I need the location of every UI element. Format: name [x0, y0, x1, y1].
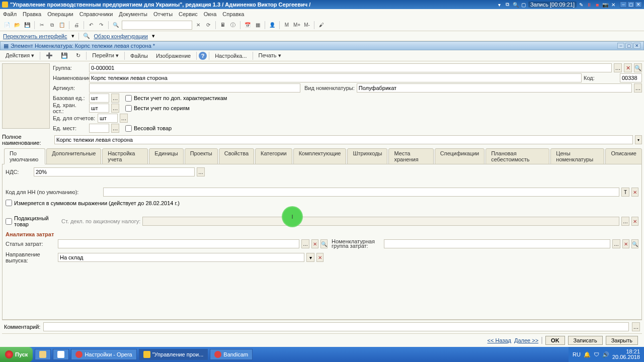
cost-item-clear-button[interactable]: ✕: [311, 239, 318, 248]
rec-edit-icon[interactable]: ✎: [578, 1, 585, 8]
output-dir-field[interactable]: На склад: [58, 253, 304, 262]
tab-properties[interactable]: Свойства: [219, 148, 254, 164]
paste-icon[interactable]: 📋: [58, 21, 66, 29]
cut-icon[interactable]: ✂: [38, 21, 46, 29]
excise-decl-clear-button[interactable]: ✕: [631, 217, 638, 226]
back-link[interactable]: << Назад: [488, 337, 511, 343]
next-link[interactable]: Далее >>: [514, 337, 538, 343]
rec-stop-icon[interactable]: ■: [594, 1, 601, 8]
doc-close-button[interactable]: ✕: [633, 43, 640, 49]
cost-item-open-button[interactable]: 🔍: [320, 239, 328, 248]
menu-reports[interactable]: Отчеты: [153, 11, 173, 17]
tab-specifications[interactable]: Спецификации: [435, 148, 485, 164]
tab-prices[interactable]: Цены номенклатуры: [550, 148, 604, 164]
hhcode-t-button[interactable]: T: [621, 188, 629, 197]
help-icon[interactable]: ?: [199, 52, 207, 60]
refresh-icon[interactable]: ⟳: [204, 21, 212, 29]
close-button[interactable]: ✕: [635, 2, 642, 8]
group-select-button[interactable]: …: [614, 63, 622, 72]
tab-description[interactable]: Описание: [605, 148, 642, 164]
close-button[interactable]: Закрыть: [606, 336, 638, 345]
menu-file[interactable]: Файл: [3, 11, 17, 17]
excise-checkbox[interactable]: [6, 218, 12, 225]
rec-arrow-icon[interactable]: ▾: [496, 1, 503, 8]
open-icon[interactable]: 📂: [13, 21, 21, 29]
taskbar-opera[interactable]: Настройки - Opera: [71, 349, 136, 360]
vid-field[interactable]: Полуфабрикат: [357, 83, 632, 93]
rec-copy-icon[interactable]: ⧉: [504, 1, 511, 8]
copy-icon[interactable]: ⧉: [48, 21, 56, 29]
hhcode-clear-button[interactable]: ✕: [631, 188, 638, 197]
report-unit-select-button[interactable]: …: [120, 114, 128, 123]
base-unit-select-button[interactable]: …: [111, 94, 119, 103]
tab-plan-cost[interactable]: Плановая себестоимость: [486, 148, 549, 164]
nds-field[interactable]: 20%: [34, 167, 195, 176]
brush-icon[interactable]: 🖌: [317, 21, 326, 29]
cost-item-field[interactable]: [58, 239, 299, 248]
system-tray[interactable]: RU 🔔 🛡 🔊 18:2120.06.2018: [569, 347, 644, 362]
tray-lang[interactable]: RU: [573, 351, 581, 357]
excise-decl-select-button[interactable]: …: [621, 217, 629, 226]
goto-button[interactable]: Перейти ▾: [89, 51, 122, 60]
nom-group-select-button[interactable]: …: [612, 239, 620, 248]
image-button[interactable]: Изображение: [152, 51, 194, 60]
tab-components[interactable]: Комплектующие: [293, 148, 347, 164]
write-button[interactable]: Записать: [568, 336, 603, 345]
tab-projects[interactable]: Проекты: [185, 148, 218, 164]
m-icon[interactable]: M: [283, 21, 291, 29]
nom-group-field[interactable]: [384, 239, 610, 248]
tab-categories[interactable]: Категории: [255, 148, 292, 164]
maximize-button[interactable]: ▢: [627, 2, 634, 8]
actions-button[interactable]: Действия ▾: [2, 51, 38, 60]
rec-camera-icon[interactable]: 📷: [602, 1, 609, 8]
menu-directories[interactable]: Справочники: [79, 11, 113, 17]
fullname-dropdown-button[interactable]: ▾: [635, 135, 642, 144]
article-field[interactable]: [89, 83, 300, 93]
switch-interface-link[interactable]: Переключить интерфейс: [3, 33, 67, 39]
save-icon[interactable]: 💾: [23, 21, 31, 29]
store-unit-field[interactable]: шт: [89, 104, 109, 113]
m-minus-icon[interactable]: M-: [303, 21, 311, 29]
undo-icon[interactable]: ↶: [87, 21, 95, 29]
new-doc-icon[interactable]: 📄: [3, 21, 11, 29]
place-unit-field[interactable]: [89, 124, 109, 133]
rec-pause-icon[interactable]: ⏸: [586, 1, 593, 8]
menu-windows[interactable]: Окна: [204, 11, 217, 17]
files-button[interactable]: Файлы: [127, 51, 151, 60]
user-icon[interactable]: 👤: [268, 21, 276, 29]
zoom-icon[interactable]: 🔍: [112, 21, 120, 29]
report-unit-field[interactable]: шт: [98, 114, 118, 123]
calc-icon[interactable]: 🖩: [219, 21, 227, 29]
fullname-field[interactable]: Корпс тележки левая сторона: [54, 135, 633, 144]
print-button[interactable]: Печать ▾: [255, 51, 285, 60]
menu-help[interactable]: Справка: [222, 11, 244, 17]
add-button[interactable]: ➕: [42, 51, 56, 60]
comment-field[interactable]: [43, 322, 629, 331]
tab-storage[interactable]: Места хранения: [388, 148, 433, 164]
nom-group-open-button[interactable]: 🔍: [631, 239, 638, 248]
series-checkbox[interactable]: [125, 105, 132, 112]
tab-default[interactable]: По умолчанию: [4, 148, 45, 164]
tray-clock[interactable]: 18:2120.06.2018: [612, 349, 640, 360]
info-icon[interactable]: ⓘ: [229, 21, 237, 29]
setup-button[interactable]: Настройка...: [211, 51, 250, 60]
hhcode-field[interactable]: [103, 188, 619, 197]
tab-additional[interactable]: Дополнительные: [46, 148, 101, 164]
doc-maximize-button[interactable]: ▢: [625, 43, 632, 49]
calendar-icon[interactable]: 📅: [244, 21, 252, 29]
clear-icon[interactable]: ✕: [194, 21, 202, 29]
comment-select-button[interactable]: …: [632, 322, 640, 331]
taskbar-bandicam[interactable]: Bandicam: [210, 349, 253, 360]
ok-button[interactable]: OK: [545, 336, 565, 345]
place-unit-select-button[interactable]: …: [111, 124, 119, 133]
vid-select-button[interactable]: …: [634, 83, 642, 93]
rec-close-icon[interactable]: ✕: [610, 1, 617, 8]
rec-screen-icon[interactable]: ▢: [520, 1, 527, 8]
rec-search-icon[interactable]: 🔍: [512, 1, 519, 8]
menu-service[interactable]: Сервис: [179, 11, 198, 17]
refresh-button[interactable]: ↻: [72, 51, 84, 60]
start-button[interactable]: Пуск: [0, 347, 33, 362]
name-field[interactable]: [89, 73, 582, 82]
print-icon[interactable]: 🖨: [72, 21, 80, 29]
taskbar-explorer[interactable]: [35, 349, 51, 360]
